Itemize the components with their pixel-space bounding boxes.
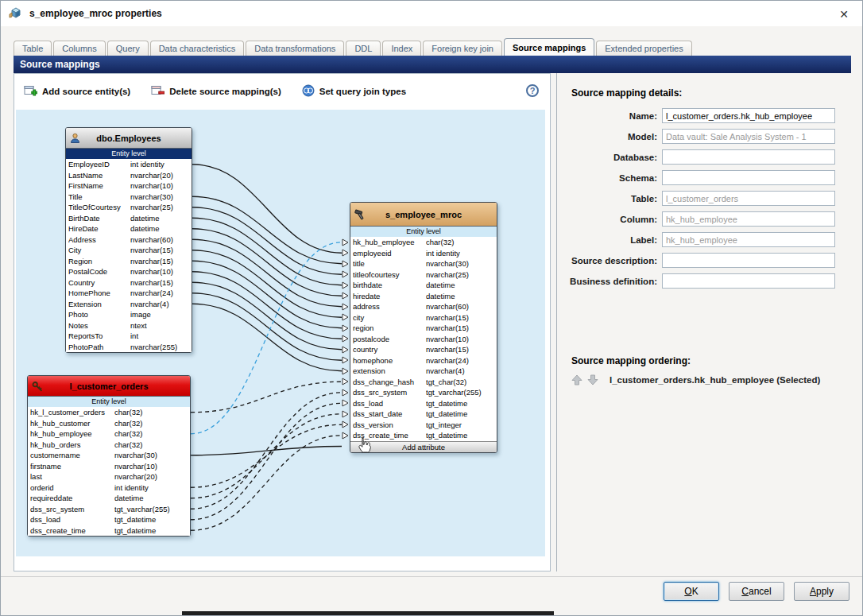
entity-row[interactable]: FirstNamenvarchar(10)	[66, 180, 192, 192]
entity-row[interactable]: titleofcourtesynvarchar(25)	[350, 269, 497, 281]
tab-source-mappings[interactable]: Source mappings	[504, 38, 594, 56]
entity-row[interactable]: dss_src_systemtgt_varchar(255)	[350, 387, 497, 398]
entity-row[interactable]: hk_hub_orderschar(32)	[28, 440, 190, 451]
entity-header[interactable]: l_customer_orders	[28, 376, 190, 397]
entity-row[interactable]: HireDatedatetime	[66, 223, 192, 234]
entity-row[interactable]: birthdatedatetime	[350, 280, 497, 291]
entity-row[interactable]: Countrynvarchar(15)	[66, 277, 192, 289]
entity-row[interactable]: ReportsToint	[66, 331, 192, 342]
entity-header[interactable]: s_employee_mroc	[350, 203, 497, 227]
delete-source-mapping-button[interactable]: Delete source mapping(s)	[151, 84, 281, 99]
entity-row[interactable]: lastnvarchar(20)	[28, 471, 190, 482]
ordering-item[interactable]: l_customer_orders.hk_hub_employee (Selec…	[610, 375, 820, 385]
table-input[interactable]	[662, 191, 835, 206]
entity-row[interactable]: employeeidint identity	[350, 248, 497, 259]
entity-row[interactable]: Regionnvarchar(15)	[66, 256, 192, 267]
entity-row[interactable]: requireddatedatetime	[28, 493, 190, 504]
entity-row[interactable]: Photoimage	[66, 309, 192, 320]
business_definition-input[interactable]	[662, 273, 835, 289]
entity-row[interactable]: hiredatedatetime	[350, 291, 497, 302]
tab-data-characteristics[interactable]: Data characteristics	[150, 41, 245, 56]
dialog-window: s_employee_mroc properties ✕ TableColumn…	[0, 0, 863, 616]
entity-row[interactable]: dss_change_hashtgt_char(32)	[350, 377, 497, 388]
source_description-input[interactable]	[662, 253, 835, 268]
entity-row[interactable]: Notesntext	[66, 320, 192, 331]
entity-row[interactable]: citynvarchar(15)	[350, 312, 497, 323]
entity-row[interactable]: dss_loadtgt_datetime	[28, 514, 190, 525]
entity-row[interactable]: firstnamenvarchar(10)	[28, 461, 190, 472]
entity-row[interactable]: hk_l_customer_orderschar(32)	[28, 407, 190, 418]
entity-row[interactable]: titlenvarchar(30)	[350, 258, 497, 269]
entity-row[interactable]: orderidint identity	[28, 482, 190, 494]
row-name: firstname	[30, 461, 114, 472]
row-name: country	[353, 344, 426, 355]
set-query-join-types-button[interactable]: Set query join types	[302, 84, 406, 99]
entity-row[interactable]: hk_hub_customerchar(32)	[28, 418, 190, 429]
add-source-entity-button[interactable]: Add source entity(s)	[24, 84, 130, 99]
tab-data-transformations[interactable]: Data transformations	[246, 41, 344, 56]
close-button[interactable]: ✕	[837, 7, 851, 21]
entity-row[interactable]: Titlenvarchar(30)	[66, 192, 192, 203]
ok-button[interactable]: OK	[664, 582, 719, 601]
move-down-button[interactable]	[587, 374, 598, 385]
entity-row[interactable]: addressnvarchar(60)	[350, 301, 497, 312]
entity-table-l-customer-orders[interactable]: l_customer_orders Entity level hk_l_cust…	[27, 375, 191, 537]
entity-row[interactable]: hk_hub_employeechar(32)	[28, 428, 190, 440]
label-input[interactable]	[662, 232, 835, 247]
help-button[interactable]: ?	[526, 84, 539, 97]
entity-row[interactable]: dss_src_systemtgt_varchar(255)	[28, 504, 190, 515]
entity-row[interactable]: extensionnvarchar(4)	[350, 366, 497, 377]
entity-row[interactable]: postalcodenvarchar(10)	[350, 334, 497, 345]
apply-button[interactable]: Apply	[794, 582, 849, 601]
entity-title: dbo.Employees	[96, 134, 161, 143]
entity-table-s-employee-mroc[interactable]: s_employee_mroc Entity level hk_hub_empl…	[350, 202, 497, 453]
entity-row[interactable]: Extensionnvarchar(4)	[66, 299, 192, 310]
row-name: City	[68, 245, 130, 256]
row-type: char(32)	[114, 428, 188, 440]
mapping-panel: Add source entity(s) Delete source mappi…	[14, 73, 551, 571]
entity-row[interactable]: EmployeeIDint identity	[66, 159, 192, 170]
entity-row[interactable]: customernamenvarchar(30)	[28, 450, 190, 461]
entity-row[interactable]: Addressnvarchar(60)	[66, 234, 192, 246]
row-name: last	[30, 471, 114, 482]
tab-index[interactable]: Index	[382, 41, 421, 56]
entity-row[interactable]: dss_versiontgt_integer	[350, 420, 497, 431]
entity-row[interactable]: countrynvarchar(15)	[350, 344, 497, 355]
tab-columns[interactable]: Columns	[53, 41, 105, 56]
entity-row[interactable]: LastNamenvarchar(20)	[66, 170, 192, 181]
entity-row[interactable]: HomePhonenvarchar(24)	[66, 288, 192, 299]
tab-query[interactable]: Query	[107, 41, 149, 56]
entity-row[interactable]: Citynvarchar(15)	[66, 245, 192, 256]
tab-foreign-key-join[interactable]: Foreign key join	[423, 41, 502, 56]
model-input[interactable]	[662, 129, 835, 144]
column-input[interactable]	[662, 211, 835, 227]
entity-row[interactable]: homephonenvarchar(24)	[350, 355, 497, 366]
entity-row[interactable]: dss_start_datetgt_datetime	[350, 409, 497, 420]
row-type: nvarchar(30)	[114, 450, 188, 461]
name-input[interactable]	[662, 108, 835, 123]
entity-row[interactable]: PostalCodenvarchar(10)	[66, 266, 192, 277]
entity-row[interactable]: TitleOfCourtesynvarchar(25)	[66, 202, 192, 213]
schema-input[interactable]	[662, 170, 835, 185]
entity-row[interactable]: regionnvarchar(15)	[350, 323, 497, 334]
entity-table-employees[interactable]: dbo.Employees Entity level EmployeeIDint…	[65, 127, 192, 353]
entity-row[interactable]: dss_loadtgt_datetime	[350, 398, 497, 409]
tab-ddl[interactable]: DDL	[346, 41, 381, 56]
entity-row[interactable]: dss_create_timetgt_datetime	[350, 430, 497, 441]
database-input[interactable]	[662, 149, 835, 165]
entity-row[interactable]: PhotoPathnvarchar(255)	[66, 342, 192, 353]
tab-extended-properties[interactable]: Extended properties	[596, 41, 691, 56]
diagram-canvas[interactable]: dbo.Employees Entity level EmployeeIDint…	[16, 110, 545, 556]
row-type: nvarchar(15)	[130, 245, 189, 256]
name-label: Name:	[565, 111, 657, 121]
cancel-button[interactable]: Cancel	[729, 582, 784, 601]
entity-row[interactable]: dss_create_timetgt_datetime	[28, 525, 190, 537]
move-up-button[interactable]	[571, 374, 582, 385]
tab-table[interactable]: Table	[14, 41, 52, 56]
entity-header[interactable]: dbo.Employees	[66, 128, 192, 149]
add-attribute-button[interactable]: Add attribute	[350, 441, 497, 452]
row-name: TitleOfCourtesy	[68, 202, 130, 213]
entity-row[interactable]: BirthDatedatetime	[66, 213, 192, 224]
row-type: tgt_char(32)	[426, 377, 494, 388]
entity-row[interactable]: hk_hub_employeechar(32)	[350, 237, 497, 248]
